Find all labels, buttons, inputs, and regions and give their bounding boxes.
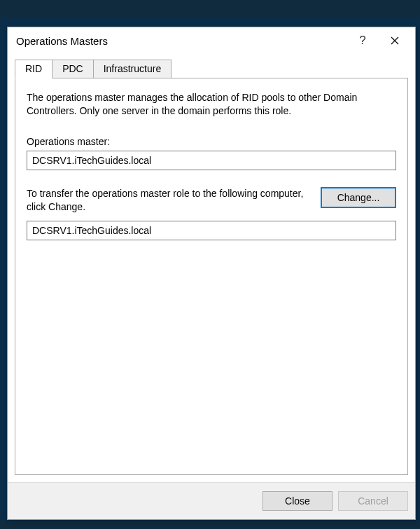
dialog-title: Operations Masters [16,35,346,47]
tab-infrastructure[interactable]: Infrastructure [93,60,172,78]
tab-rid[interactable]: RID [15,60,52,78]
dialog-footer: Close Cancel [8,482,415,519]
transfer-instruction: To transfer the operations master role t… [27,187,311,214]
tabs-row: RID PDC Infrastructure [15,60,408,78]
dialog-content: RID PDC Infrastructure The operations ma… [8,54,415,482]
titlebar-controls: ? [346,30,411,51]
background-bottom-band [0,521,420,529]
target-computer-field[interactable] [27,221,396,240]
role-description: The operations master manages the alloca… [27,91,396,118]
operations-master-label: Operations master: [27,136,396,147]
operations-masters-dialog: Operations Masters ? RID PDC Infrastruct… [7,27,416,520]
close-button[interactable]: Close [262,491,332,511]
background-top-band [0,0,420,17]
help-icon[interactable]: ? [346,30,379,51]
cancel-button: Cancel [338,491,408,511]
close-icon[interactable] [379,30,411,51]
tab-pdc[interactable]: PDC [52,60,94,78]
transfer-row: To transfer the operations master role t… [27,187,396,214]
operations-master-field[interactable] [27,151,396,170]
change-button[interactable]: Change... [321,187,396,208]
titlebar: Operations Masters ? [8,27,415,54]
tab-panel-rid: The operations master manages the alloca… [15,78,408,475]
